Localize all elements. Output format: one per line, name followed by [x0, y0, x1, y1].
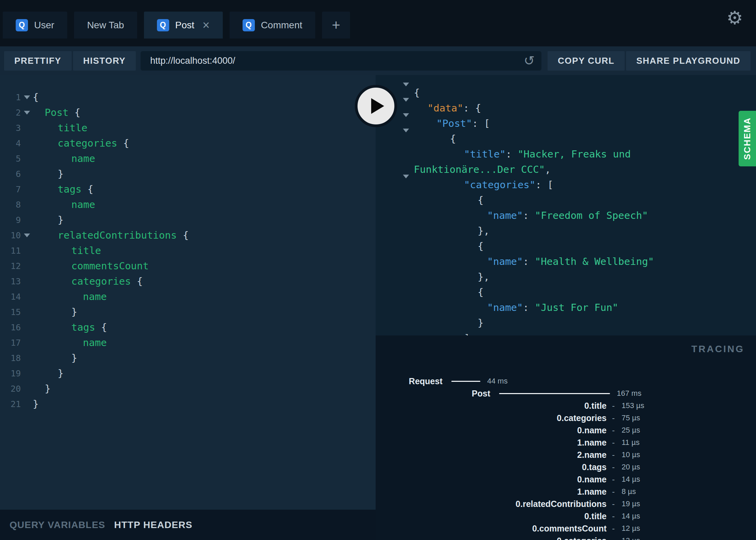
history-button[interactable]: HISTORY [73, 51, 136, 71]
query-editor-lines: 1{2Post {3title4categories {5name6}7tags… [0, 90, 376, 412]
fold-spacer [21, 350, 33, 366]
query-badge-icon: Q [243, 19, 255, 31]
line-number: 15 [0, 304, 21, 320]
code-text: "Post": [ [376, 118, 490, 129]
fold-arrow-icon[interactable] [403, 131, 409, 146]
tracing-time: 19 µs [622, 499, 640, 508]
line-number: 2 [0, 105, 21, 120]
tracing-row: 1.name-8 µs [376, 485, 756, 498]
tracing-row: Request44 ms [376, 375, 756, 387]
copy-curl-button[interactable]: COPY CURL [548, 51, 625, 71]
editor-line: 8name [0, 197, 376, 212]
settings-gear-icon[interactable]: ⚙ [727, 9, 743, 27]
response-line: { [376, 285, 756, 300]
query-variables-tab[interactable]: QUERY VARIABLES [10, 520, 105, 530]
code-text: name [33, 335, 107, 350]
response-line: }, [376, 223, 756, 239]
execute-query-button[interactable] [355, 85, 397, 127]
tracing-resolver-label: 1.name [376, 438, 607, 448]
http-headers-tab[interactable]: HTTP HEADERS [114, 520, 192, 530]
tracing-time: 75 µs [622, 414, 640, 422]
editor-line: 16tags { [0, 320, 376, 335]
query-editor-pane[interactable]: 1{2Post {3title4categories {5name6}7tags… [0, 75, 376, 540]
fold-arrow-icon[interactable] [21, 105, 33, 120]
response-line: } [376, 315, 756, 331]
editor-line: 17name [0, 335, 376, 350]
code-text: "name": "Freedom of Speech" [376, 210, 648, 221]
tab-comment[interactable]: QComment [230, 12, 315, 39]
code-text: "categories": [ [376, 179, 553, 191]
line-number: 6 [0, 166, 21, 182]
tracing-row: Post167 ms [376, 387, 756, 400]
tracing-dash: - [612, 438, 615, 447]
code-text: title [33, 120, 87, 136]
line-number: 12 [0, 258, 21, 274]
response-line: { [376, 85, 756, 101]
editor-line: 7tags { [0, 182, 376, 197]
fold-arrow-icon[interactable] [21, 228, 33, 243]
response-pane: {"data": {"Post": [{"title": "Hacker, Fr… [376, 75, 756, 335]
endpoint-url-input[interactable] [141, 51, 541, 71]
tab-label: Comment [261, 20, 302, 31]
fold-spacer [21, 366, 33, 381]
tracing-row: 0.name-14 µs [376, 473, 756, 485]
line-number: 8 [0, 197, 21, 212]
fold-spacer [21, 243, 33, 258]
fold-spacer [21, 182, 33, 197]
play-icon [371, 98, 384, 114]
tracing-resolver-label: 2.name [376, 450, 607, 460]
editor-line: 12commentsCount [0, 258, 376, 274]
response-line: ] [376, 331, 756, 335]
code-text: { [33, 90, 39, 105]
editor-line: 21} [0, 396, 376, 412]
tracing-row: 0.title-14 µs [376, 510, 756, 522]
line-number: 5 [0, 151, 21, 166]
line-number: 4 [0, 136, 21, 151]
tracing-resolver-label: 0.categories [376, 413, 607, 423]
fold-arrow-icon[interactable] [21, 90, 33, 105]
fold-spacer [21, 151, 33, 166]
response-lines: {"data": {"Post": [{"title": "Hacker, Fr… [376, 75, 756, 335]
tracing-time: 25 µs [622, 426, 640, 435]
response-line: "name": "Just For Fun" [376, 300, 756, 315]
close-tab-icon[interactable]: × [203, 19, 210, 31]
tracing-title: TRACING [691, 344, 744, 355]
response-line: { [376, 193, 756, 208]
schema-sidebar-tab[interactable]: SCHEMA [739, 111, 756, 166]
editor-line: 15} [0, 304, 376, 320]
code-text: Funktionäre...Der CCC", [376, 164, 551, 175]
tab-post[interactable]: QPost× [144, 12, 223, 39]
tab-label: New Tab [87, 20, 124, 31]
tab-label: User [34, 20, 54, 31]
tracing-time: 153 µs [622, 401, 644, 410]
code-text: }, [376, 225, 490, 237]
line-number: 13 [0, 274, 21, 289]
tab-user[interactable]: QUser [3, 12, 67, 39]
code-text: "name": "Health & Wellbeing" [376, 256, 654, 267]
code-text: } [33, 350, 77, 366]
tracing-time: 44 ms [487, 377, 508, 386]
schema-tab-label: SCHEMA [742, 117, 753, 160]
code-text: } [33, 366, 63, 381]
tracing-dash: - [612, 401, 615, 410]
query-badge-icon: Q [16, 19, 28, 31]
code-text: Post { [33, 105, 81, 120]
tracing-row: 0.title-153 µs [376, 400, 756, 412]
fold-arrow-icon[interactable] [403, 177, 409, 192]
tracing-row: 2.name-10 µs [376, 449, 756, 461]
code-text: } [376, 317, 483, 329]
fold-spacer [21, 197, 33, 212]
tracing-resolver-label: 1.name [376, 487, 607, 497]
share-playground-button[interactable]: SHARE PLAYGROUND [626, 51, 751, 71]
reload-icon[interactable]: ↺ [524, 54, 535, 67]
code-text: name [33, 197, 95, 212]
tab-new-tab[interactable]: New Tab [74, 12, 137, 39]
fold-spacer [21, 136, 33, 151]
code-text: categories { [33, 136, 129, 151]
response-line: "Post": [ [376, 116, 756, 131]
code-text: "title": "Hacker, Freaks und [376, 148, 631, 160]
prettify-button[interactable]: PRETTIFY [4, 51, 72, 71]
tracing-resolver-label: 0.categories [376, 536, 607, 540]
fold-spacer [21, 304, 33, 320]
new-tab-button[interactable]: + [322, 12, 350, 39]
